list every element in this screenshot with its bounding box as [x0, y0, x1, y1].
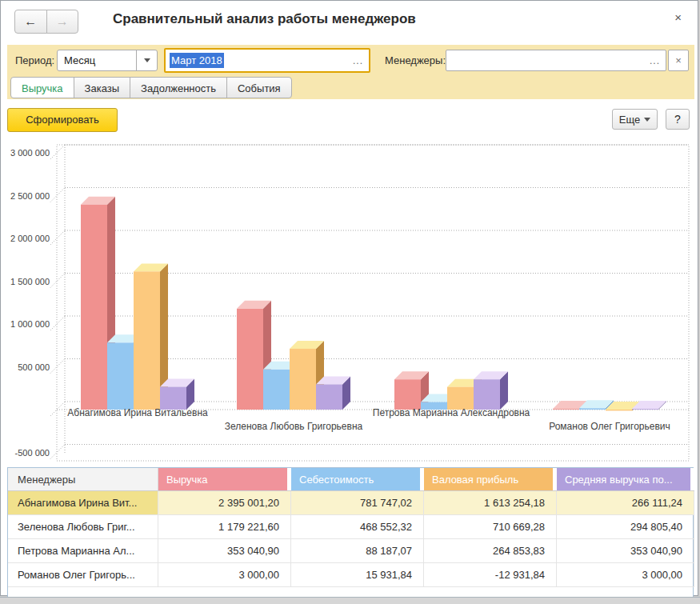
- nav-buttons: ← →: [14, 10, 78, 34]
- bar-front-face: [237, 309, 263, 410]
- y-axis-label: 2 000 000: [10, 234, 50, 243]
- table-cell[interactable]: 353 040,90: [557, 539, 694, 563]
- managers-clear-button[interactable]: ×: [668, 50, 689, 71]
- axis-tick: [50, 188, 65, 202]
- table-header-cell[interactable]: Валовая прибыль: [424, 468, 557, 491]
- close-icon: ×: [674, 10, 682, 24]
- bar-front-face: [579, 408, 606, 410]
- table-cell[interactable]: 3 000,00: [158, 563, 291, 587]
- axis-tick: [50, 316, 65, 330]
- series-color-chip: Валовая прибыль: [424, 468, 553, 490]
- managers-input[interactable]: [446, 50, 650, 71]
- series-color-chip: Средняя выручка по...: [557, 468, 690, 490]
- period-dropdown-button[interactable]: [136, 50, 157, 70]
- period-combobox[interactable]: Месяц: [57, 50, 158, 71]
- x-axis-label: Абнагимова Ирина Витальевна: [67, 407, 208, 418]
- period-label: Период:: [15, 54, 54, 66]
- chevron-down-icon: [644, 118, 650, 122]
- table-cell[interactable]: 1 179 221,60: [158, 515, 291, 539]
- table-row-name[interactable]: Зеленова Любовь Григ...: [8, 515, 158, 539]
- chart-bar[interactable]: [474, 371, 508, 410]
- help-button[interactable]: ?: [666, 109, 690, 130]
- managers-ellipsis-button[interactable]: ...: [650, 55, 660, 66]
- bar-front-face: [107, 342, 134, 410]
- report-tabs: Выручка Заказы Задолженность События: [10, 77, 292, 98]
- table-cell[interactable]: 15 931,84: [291, 563, 424, 587]
- table-header-cell[interactable]: Себестоимость: [291, 468, 424, 491]
- axis-tick: [50, 274, 65, 288]
- table-cell[interactable]: 88 187,07: [291, 539, 424, 563]
- chart-bar[interactable]: [316, 376, 350, 410]
- page-title: Сравнительный анализ работы менеджеров: [113, 11, 416, 27]
- y-axis-label: 2 500 000: [10, 191, 50, 201]
- tab-events[interactable]: События: [226, 77, 292, 98]
- y-axis-label: 3 000 000: [10, 148, 50, 158]
- table-cell[interactable]: 3 000,00: [557, 563, 694, 587]
- table-row-name[interactable]: Романов Олег Григорь...: [8, 563, 158, 587]
- forward-arrow-icon: →: [56, 14, 69, 29]
- window-bottom-edge: [0, 597, 700, 604]
- table-header-managers[interactable]: Менеджеры: [8, 468, 158, 491]
- table-row-name[interactable]: Абнагимова Ирина Вит...: [8, 491, 158, 515]
- table-row-name[interactable]: Петрова Марианна Ал...: [8, 539, 158, 563]
- axis-tick: [50, 402, 65, 416]
- tab-revenue[interactable]: Выручка: [10, 77, 74, 98]
- y-axis-label: 1 500 000: [10, 277, 50, 286]
- table-header-cell[interactable]: Средняя выручка по...: [557, 468, 694, 491]
- bar-front-face: [290, 349, 316, 410]
- series-color-chip: Себестоимость: [291, 468, 420, 490]
- bar-front-face: [606, 410, 632, 410]
- close-button[interactable]: ×: [671, 9, 685, 26]
- y-axis-label: 500 000: [18, 362, 50, 372]
- table-cell[interactable]: 1 613 254,18: [424, 491, 557, 515]
- y-axis-label: -500 000: [15, 448, 50, 458]
- back-arrow-icon: ←: [24, 14, 37, 29]
- more-button[interactable]: Еще: [612, 109, 658, 130]
- chevron-down-icon: [144, 58, 150, 62]
- date-ellipsis-button[interactable]: ...: [353, 55, 363, 66]
- generate-button[interactable]: Сформировать: [7, 108, 118, 132]
- x-axis-label: Петрова Марианна Александровна: [373, 407, 530, 418]
- axis-tick: [50, 359, 65, 374]
- tab-orders[interactable]: Заказы: [74, 77, 130, 98]
- bar-front-face: [632, 409, 658, 410]
- bar-front-face: [134, 271, 160, 410]
- period-value: Месяц: [58, 50, 136, 70]
- managers-label: Менеджеры:: [385, 54, 446, 66]
- y-axis-label: 1 000 000: [10, 319, 50, 329]
- period-date-value: Март 2018: [170, 53, 224, 68]
- table-cell[interactable]: 468 552,32: [291, 515, 424, 539]
- tab-debt[interactable]: Задолженность: [130, 77, 227, 98]
- managers-field[interactable]: ...: [446, 50, 666, 71]
- axis-tick: [50, 145, 65, 159]
- series-color-chip: Выручка: [158, 468, 287, 490]
- table-cell[interactable]: 264 853,83: [424, 539, 557, 563]
- x-axis-label: Зеленова Любовь Григорьевна: [225, 421, 363, 432]
- managers-bar-chart: 3 000 0002 500 0002 000 0001 500 0001 00…: [7, 138, 694, 462]
- forward-button[interactable]: →: [46, 10, 79, 34]
- axis-tick: [50, 445, 65, 459]
- table-cell[interactable]: -12 931,84: [424, 563, 557, 587]
- bar-front-face: [447, 387, 474, 410]
- table-header-cell[interactable]: Выручка: [158, 468, 291, 491]
- bar-front-face: [553, 409, 579, 410]
- table-cell[interactable]: 294 805,40: [557, 515, 694, 539]
- table-cell[interactable]: 266 111,24: [557, 491, 694, 515]
- clear-icon: ×: [675, 54, 682, 66]
- table-cell[interactable]: 353 040,90: [158, 539, 291, 563]
- chart-bar[interactable]: [160, 379, 194, 410]
- table-filler: [8, 587, 694, 597]
- table-cell[interactable]: 781 747,02: [291, 491, 424, 515]
- more-button-label: Еще: [619, 114, 640, 126]
- x-axis-label: Романов Олег Григорьевич: [549, 421, 670, 432]
- chart-canvas: 3 000 0002 500 0002 000 0001 500 0001 00…: [7, 138, 694, 462]
- back-button[interactable]: ←: [14, 10, 47, 34]
- table-cell[interactable]: 710 669,28: [424, 515, 557, 539]
- app-window: ← → Сравнительный анализ работы менеджер…: [0, 0, 698, 596]
- bar-front-face: [263, 370, 290, 410]
- bar-front-face: [394, 379, 421, 410]
- table-cell[interactable]: 2 395 001,20: [158, 491, 291, 515]
- bar-front-face: [474, 379, 500, 410]
- period-date-field[interactable]: Март 2018 ...: [164, 48, 370, 73]
- bar-front-face: [81, 205, 107, 410]
